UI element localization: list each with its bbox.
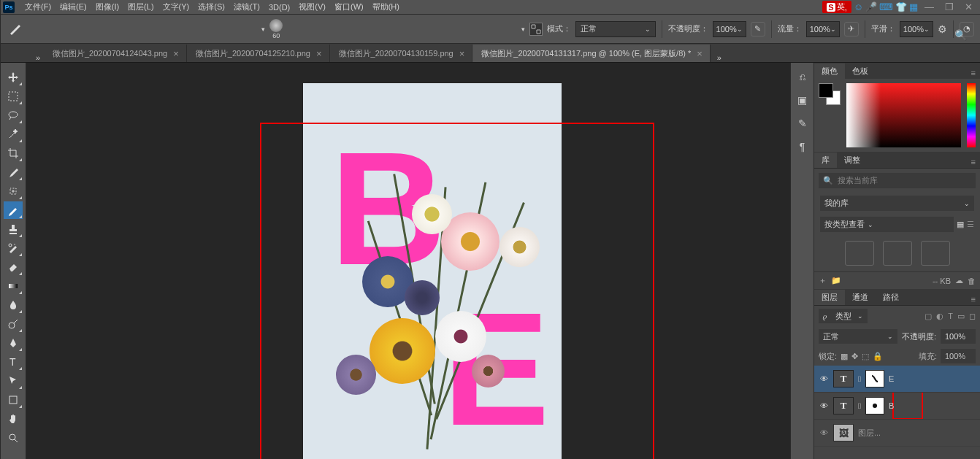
document-tab[interactable]: 微信图片_20200704130159.png×	[330, 45, 473, 62]
cloud-icon[interactable]: ☁	[955, 276, 963, 285]
fg-bg-color[interactable]	[819, 83, 841, 105]
tab-libraries[interactable]: 库	[814, 153, 837, 168]
layer-opacity-input[interactable]: 100%	[941, 329, 976, 344]
brush-tool[interactable]	[4, 201, 23, 219]
layer-name[interactable]: B	[889, 401, 894, 410]
visibility-icon[interactable]: 👁	[819, 428, 829, 437]
shirt-icon[interactable]: 👕	[895, 1, 907, 12]
magic-wand-tool[interactable]	[4, 126, 23, 143]
trash-icon[interactable]: 🗑	[968, 277, 976, 285]
menu-layer[interactable]: 图层(L)	[123, 0, 158, 14]
add-content-icon[interactable]: ＋	[819, 275, 827, 286]
tab-layers[interactable]: 图层	[814, 290, 845, 305]
layer-item[interactable]: 👁 T 𓃑 B	[814, 393, 980, 420]
blend-mode-dropdown[interactable]: 正常⌄	[575, 21, 656, 37]
layer-mask-thumb[interactable]	[865, 397, 884, 414]
lock-position-icon[interactable]: ✥	[851, 352, 858, 361]
keyboard-icon[interactable]: ⌨	[879, 1, 893, 12]
pressure-opacity-icon[interactable]: ✎	[751, 22, 765, 36]
close-tab-icon[interactable]: ×	[697, 48, 703, 59]
visibility-icon[interactable]: 👁	[819, 374, 829, 383]
tool-preset-arrow[interactable]: ▾	[261, 26, 265, 33]
hue-slider[interactable]	[967, 83, 976, 147]
layer-filter-dropdown[interactable]: 𝜌 类型⌄	[819, 309, 868, 323]
tab-paths[interactable]: 路径	[876, 290, 906, 305]
panel-menu-icon[interactable]: ≡	[967, 156, 980, 168]
eraser-tool[interactable]	[4, 258, 23, 276]
menu-help[interactable]: 帮助(H)	[368, 0, 404, 14]
layer-name[interactable]: E	[889, 374, 894, 383]
mic-icon[interactable]: 🎤	[865, 1, 877, 12]
filter-type-icon[interactable]: T	[948, 312, 953, 321]
search-icon[interactable]: 🔍	[954, 29, 967, 41]
marquee-tool[interactable]	[4, 88, 23, 105]
character-panel-icon[interactable]: ¶	[795, 140, 810, 153]
brush-tool-icon[interactable]	[6, 20, 23, 38]
lock-image-icon[interactable]: ⬚	[862, 352, 869, 361]
ime-indicator[interactable]: S英 ,	[822, 1, 851, 13]
airbrush-icon[interactable]: ✈	[844, 22, 859, 36]
window-minimize-icon[interactable]: —	[920, 1, 938, 12]
window-restore-icon[interactable]: ❐	[941, 1, 958, 12]
panel-menu-icon[interactable]: ≡	[967, 67, 980, 79]
flow-input[interactable]: 100%⌄	[806, 21, 840, 37]
list-view-icon[interactable]: ☰	[967, 220, 974, 229]
move-tool[interactable]	[4, 69, 23, 86]
shape-tool[interactable]	[4, 391, 23, 409]
tab-overflow-icon[interactable]: »	[713, 53, 725, 62]
path-select-tool[interactable]	[4, 372, 23, 390]
eyedropper-tool[interactable]	[4, 163, 23, 181]
menu-edit[interactable]: 编辑(E)	[55, 0, 91, 14]
document-tab[interactable]: 微信图片_20200704125210.png×	[187, 45, 330, 62]
window-close-icon[interactable]: ✕	[960, 1, 977, 12]
layer-name[interactable]: 图层...	[858, 428, 881, 439]
smoothing-input[interactable]: 100%⌄	[900, 21, 933, 37]
document-tab[interactable]: 微信图片_20200704124043.png×	[44, 45, 187, 62]
tab-adjustments[interactable]: 调整	[837, 153, 868, 168]
close-tab-icon[interactable]: ×	[459, 48, 465, 59]
tab-color[interactable]: 颜色	[814, 63, 845, 79]
tab-expander-icon[interactable]: »	[32, 53, 44, 62]
document-tab-active[interactable]: 微信图片_20200704131317.png @ 100% (E, 图层蒙版/…	[472, 45, 711, 62]
canvas-area[interactable]: B E	[26, 63, 790, 459]
menu-select[interactable]: 选择(S)	[194, 0, 229, 14]
smoothing-options-icon[interactable]: ⚙	[938, 23, 947, 35]
brush-panel-toggle-icon[interactable]	[529, 23, 543, 36]
library-search[interactable]: 🔍搜索当前库	[819, 173, 976, 188]
history-brush-tool[interactable]	[4, 239, 23, 257]
smiley-icon[interactable]: ☺	[854, 1, 863, 12]
folder-icon[interactable]: 📁	[831, 276, 841, 285]
menu-type[interactable]: 文字(Y)	[158, 0, 194, 14]
menu-image[interactable]: 图像(I)	[91, 0, 123, 14]
filter-smart-icon[interactable]: ◻	[969, 312, 976, 321]
menu-filter[interactable]: 滤镜(T)	[229, 0, 264, 14]
filter-adjust-icon[interactable]: ◐	[936, 312, 943, 321]
dodge-tool[interactable]	[4, 315, 23, 333]
brushes-panel-icon[interactable]: ✎	[795, 117, 810, 130]
type-tool[interactable]: T	[4, 353, 23, 371]
layer-item[interactable]: 👁 🖼 图层...	[814, 420, 980, 447]
ime-icon-group[interactable]: ☺ 🎤 ⌨ 👕 ▦	[854, 1, 918, 12]
menu-view[interactable]: 视图(V)	[294, 0, 330, 14]
gradient-tool[interactable]	[4, 277, 23, 295]
healing-tool[interactable]	[4, 182, 23, 200]
menu-file[interactable]: 文件(F)	[20, 0, 55, 14]
opacity-input[interactable]: 100%⌄	[713, 21, 746, 37]
lock-all-icon[interactable]: 🔒	[873, 352, 883, 361]
blur-tool[interactable]	[4, 296, 23, 314]
brush-preset-picker[interactable]: 60	[269, 19, 283, 39]
grid-icon[interactable]: ▦	[909, 1, 918, 12]
layer-mask-thumb[interactable]	[865, 370, 884, 387]
lasso-tool[interactable]	[4, 107, 23, 124]
crop-tool[interactable]	[4, 144, 23, 162]
lock-pixels-icon[interactable]: ▩	[841, 352, 848, 361]
filter-pixel-icon[interactable]: ▢	[925, 312, 932, 321]
stamp-tool[interactable]	[4, 220, 23, 238]
layer-blend-dropdown[interactable]: 正常⌄	[819, 329, 897, 344]
panel-menu-icon[interactable]: ≡	[967, 293, 980, 305]
tab-channels[interactable]: 通道	[845, 290, 876, 305]
pen-tool[interactable]	[4, 334, 23, 352]
zoom-tool[interactable]	[4, 429, 23, 447]
visibility-icon[interactable]: 👁	[819, 401, 829, 410]
tab-swatches[interactable]: 色板	[845, 63, 876, 79]
